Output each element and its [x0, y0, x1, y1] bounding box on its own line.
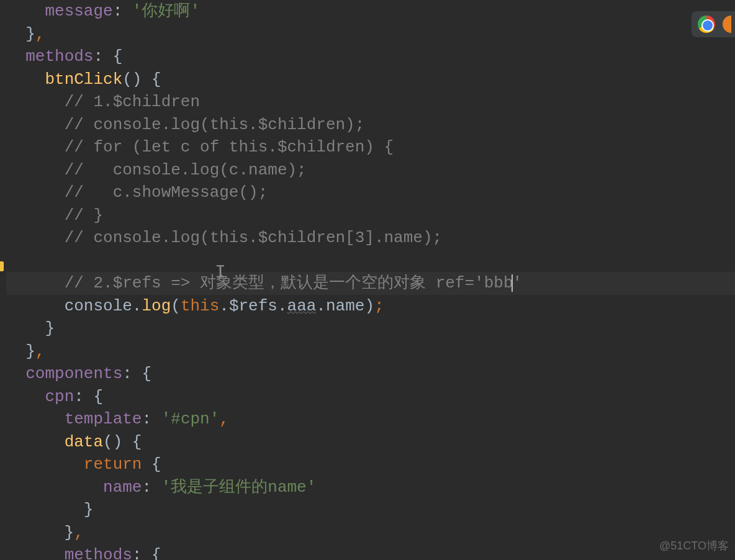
code-line: // console.log(c.name);	[6, 159, 735, 182]
code-line: data() {	[6, 431, 735, 454]
partial-icon	[723, 16, 731, 33]
code-line: // console.log(this.$children);	[6, 114, 735, 137]
code-line: }	[6, 317, 735, 340]
code-line: message: '你好啊'	[6, 0, 735, 23]
code-line	[6, 250, 735, 273]
code-line: template: '#cpn',	[6, 408, 735, 431]
code-line: // for (let c of this.$children) {	[6, 136, 735, 159]
code-line: // console.log(this.$children[3].name);	[6, 227, 735, 250]
chrome-icon	[698, 16, 715, 33]
code-line: },	[6, 522, 735, 544]
code-line: // }	[6, 204, 735, 227]
watermark: @51CTO博客	[659, 538, 729, 554]
code-line: // c.showMessage();	[6, 181, 735, 204]
code-editor[interactable]: message: '你好啊' }, methods: { btnClick() …	[0, 0, 735, 560]
code-line: methods: {	[6, 544, 735, 560]
code-line: cpn: {	[6, 386, 735, 409]
code-line: // 1.$children	[6, 91, 735, 114]
code-line: }	[6, 499, 735, 522]
code-line: return {	[6, 453, 735, 476]
code-line: console.log(this.$refs.aaa.name);	[6, 295, 735, 318]
code-line: methods: {	[6, 45, 735, 68]
code-line: },	[6, 340, 735, 363]
code-line: btnClick() {	[6, 68, 735, 91]
code-line: name: '我是子组件的name'	[6, 476, 735, 499]
code-line: components: {	[6, 363, 735, 386]
code-line: },	[6, 23, 735, 46]
floating-browser-tab[interactable]	[692, 11, 735, 37]
code-line-active: // 2.$refs => 对象类型，默认是一个空的对象 ref='bbb'	[6, 272, 735, 295]
